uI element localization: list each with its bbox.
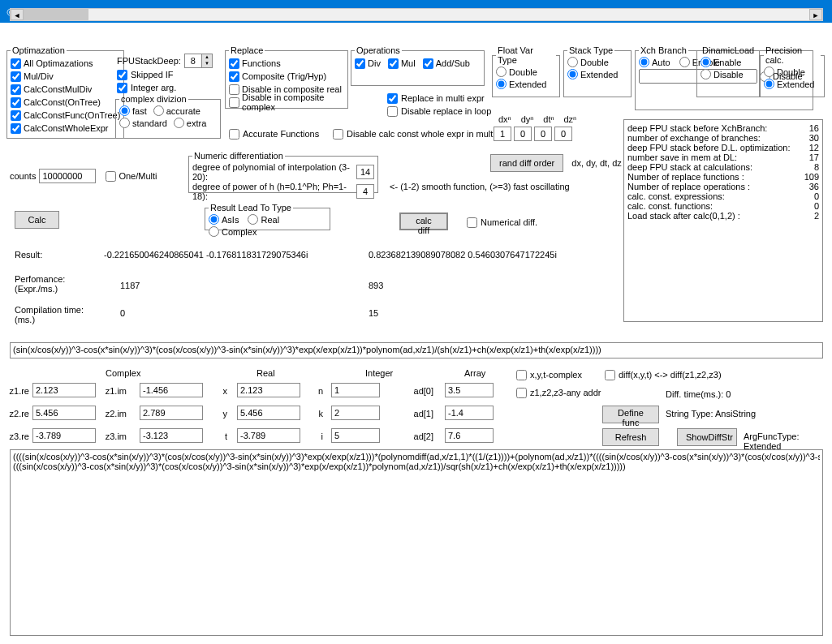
string-type: String Type: AnsiString [666, 409, 756, 419]
scroll-left-icon[interactable]: ◄ [11, 9, 24, 20]
optimization-legend: Optimazation [11, 45, 67, 55]
dload-enable[interactable] [701, 57, 711, 67]
h-degree-input[interactable] [356, 184, 374, 199]
chk-replace-functions[interactable] [229, 58, 239, 69]
chk-one-multi[interactable] [106, 171, 116, 182]
comp-label: Compilation time: (ms.) [15, 305, 104, 324]
opt-calcconst-ontree[interactable] [11, 97, 21, 108]
chk-disable-composite-complex[interactable] [229, 97, 239, 108]
chk-accurate-functions[interactable] [229, 129, 239, 140]
result-value-2: 0.823682139089078082 0.546030764717224​5… [369, 250, 557, 260]
fpu-spin[interactable]: ▲▼ [202, 54, 213, 68]
ndiff-note: <- (1-2) smooth function, (>=3) fast osc… [390, 182, 570, 191]
n-input[interactable] [331, 383, 380, 397]
floatvartype-group: Float Var Type Double Extended [492, 45, 560, 97]
calc-diff-button[interactable]: calc diff [399, 213, 448, 230]
chk-op-addsub[interactable] [423, 58, 433, 69]
perf-value-2: 893 [369, 281, 383, 290]
stype-double[interactable] [567, 57, 578, 67]
xch-auto[interactable] [639, 57, 649, 67]
perf-label: Perfomance: (Expr./ms.) [15, 274, 88, 294]
chk-integer-arg[interactable] [117, 83, 127, 93]
ad1-input[interactable] [445, 406, 494, 420]
dz-input[interactable] [554, 127, 572, 141]
numeric-diff-group: Numeric differentiation degree of polyno… [188, 151, 378, 193]
t-input[interactable] [237, 428, 300, 443]
diff-output[interactable]: ((((sin(x/cos(x/y))^3-cos(x*sin(x/y))^3)… [10, 449, 823, 636]
opt-calcconstmuldiv[interactable] [11, 84, 21, 95]
k-input[interactable] [331, 406, 380, 420]
stats-panel: deep FPU stack before XchBranch:16number… [623, 119, 823, 322]
show-diff-str-button[interactable]: ShowDiffStr [677, 428, 737, 446]
z1im-input[interactable] [140, 383, 203, 397]
counts-label: counts [10, 171, 36, 181]
z2im-input[interactable] [140, 406, 203, 420]
result-lead-group: Result Lead To Type AsIs Real Complex [205, 203, 330, 230]
i-input[interactable] [331, 428, 380, 443]
z3re-input[interactable] [32, 428, 96, 443]
z3im-input[interactable] [140, 428, 203, 443]
rlt-real[interactable] [248, 214, 258, 225]
chk-disable-replace-loop[interactable] [387, 106, 398, 117]
fvt-extended[interactable] [496, 79, 507, 89]
dx-input[interactable] [494, 127, 511, 141]
comp-value-2: 15 [369, 308, 378, 318]
cdiv-accurate[interactable] [153, 105, 164, 116]
x-input[interactable] [237, 383, 300, 397]
opt-all[interactable] [11, 58, 21, 69]
expression-input[interactable]: (sin(x/cos(x/y))^3-cos(x*sin(x/y))^3)*(c… [10, 342, 823, 358]
chk-diff-xyt[interactable] [605, 370, 615, 380]
chk-numerical-diff[interactable] [467, 217, 477, 228]
arg-func-type: ArgFuncType: Extended [744, 431, 832, 451]
stype-extended[interactable] [567, 69, 578, 79]
counts-input[interactable] [39, 169, 96, 183]
prec-double[interactable] [764, 67, 774, 77]
operations-group: Operations Div Mul Add/Sub [351, 45, 485, 86]
chk-skipped-if[interactable] [117, 70, 127, 80]
calc-button[interactable]: Calc [15, 211, 59, 229]
stacktype-group: Stack Type Double Extended [563, 45, 632, 97]
z2re-input[interactable] [32, 406, 96, 420]
opt-calcconstfunc[interactable] [11, 110, 21, 121]
refresh-button[interactable]: Refresh [602, 428, 659, 446]
diff-time: Diff. time(ms.): 0 [666, 389, 731, 399]
define-func-button[interactable]: Define func [602, 406, 659, 423]
chk-disable-calc-const-whole[interactable] [333, 129, 343, 140]
prec-extended[interactable] [764, 79, 774, 89]
replace-group: Replace Functions Composite (Trig/Hyp) D… [225, 45, 348, 109]
cdiv-standard[interactable] [119, 118, 130, 128]
chk-op-mul[interactable] [388, 58, 399, 69]
rlt-complex[interactable] [209, 226, 219, 237]
rand-diff-order-button[interactable]: rand diff order [490, 154, 563, 172]
opt-muldiv[interactable] [11, 71, 21, 82]
opt-calcconstwhole[interactable] [11, 123, 21, 134]
comp-value-1: 0 [120, 308, 125, 318]
ad0-input[interactable] [445, 383, 494, 397]
dload-disable[interactable] [701, 69, 711, 79]
z1re-input[interactable] [32, 383, 96, 397]
cdiv-fast[interactable] [119, 105, 130, 116]
chk-op-div[interactable] [355, 58, 365, 69]
fpu-stack-deep[interactable] [184, 54, 202, 68]
chk-disable-composite-real[interactable] [229, 84, 239, 95]
dinamicload-group: DinamicLoad Enable Disable [696, 45, 760, 97]
result-value-1: -0.221650046240865041 -0.176811831729075… [104, 250, 308, 260]
precision-group: Precision calc. Double Extended [760, 45, 825, 97]
fvt-double[interactable] [496, 67, 507, 77]
optimization-group: Optimazation All Optimazations Mul/Div C… [6, 45, 124, 139]
rlt-asis[interactable] [209, 214, 219, 225]
chk-replace-composite[interactable] [229, 71, 239, 82]
horizontal-scrollbar[interactable]: ◄ ► [10, 8, 823, 21]
chk-replace-multi[interactable] [387, 93, 398, 104]
cdiv-extra[interactable] [174, 118, 184, 128]
scroll-right-icon[interactable]: ► [809, 9, 822, 20]
dy-input[interactable] [514, 127, 532, 141]
chk-any-addr[interactable] [516, 388, 527, 398]
xch-enable[interactable] [679, 57, 690, 67]
complex-division-group: complex divizion fastaccurate standardex… [115, 94, 221, 139]
ad2-input[interactable] [445, 428, 494, 443]
poly-degree-input[interactable] [356, 165, 374, 179]
y-input[interactable] [237, 406, 300, 420]
chk-xyt-complex[interactable] [516, 370, 527, 380]
dt-input[interactable] [534, 127, 552, 141]
